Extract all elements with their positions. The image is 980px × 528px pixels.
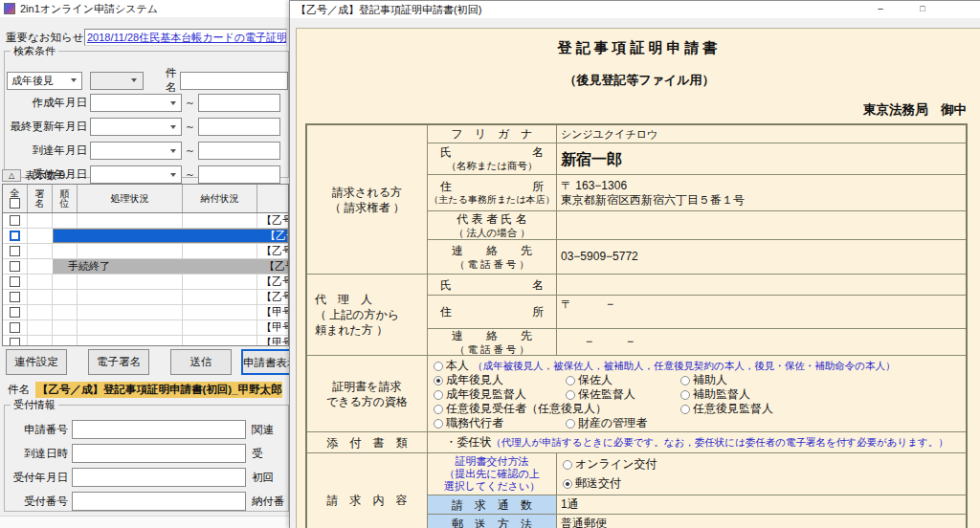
agent-name-label: 氏 名: [428, 275, 557, 295]
subject-label: 件名: [8, 383, 30, 397]
updated-date-from-input[interactable]: [90, 118, 182, 136]
address-value: 〒 163−1306 東京都新宿区西新宿六丁目５番１号: [557, 175, 966, 210]
table-row[interactable]: 【乙号／: [3, 290, 288, 305]
arrival-datetime-input[interactable]: [72, 444, 246, 463]
furigana-row: フ リ ガ ナ シンジユクイチロウ: [428, 125, 966, 143]
row-checkbox[interactable]: [10, 231, 20, 241]
sub-category-select[interactable]: [90, 72, 143, 90]
minimize-button[interactable]: −: [865, 1, 896, 18]
reception-date-label: 受付年月日: [5, 471, 68, 485]
tilde-separator: ～: [185, 143, 195, 158]
action-buttons: 連件設定 電子署名 送信 申請書表示: [0, 349, 299, 375]
application-number-label: 申請番号: [5, 423, 68, 437]
copies-row: 請 求 通 数 1通: [428, 495, 966, 515]
maximize-button[interactable]: □: [907, 1, 938, 18]
contact-row: 連 絡 先 （ 電 話 番 号 ） 03−5909−5772: [428, 240, 966, 274]
reception-number-input[interactable]: [72, 492, 246, 511]
notice-link[interactable]: 2018/11/28住民基本台帳カードの電子証明書: [87, 31, 287, 45]
table-row[interactable]: 【乙号／: [3, 244, 288, 259]
reception-date-from-input[interactable]: [90, 165, 182, 184]
representative-label: 代 表 者 氏 名 （ 法人の場合 ）: [428, 211, 557, 239]
collapse-button[interactable]: △: [2, 169, 21, 182]
notice-label: 重要なお知らせ: [6, 31, 84, 45]
created-date-to-input[interactable]: [198, 94, 280, 112]
reception-date-to-input[interactable]: [198, 165, 280, 184]
radio-icon: [680, 405, 690, 414]
table-row[interactable]: 【甲号／: [3, 305, 288, 320]
linked-filing-button[interactable]: 連件設定: [6, 349, 67, 375]
chevron-down-icon: [167, 143, 179, 159]
created-date-from-input[interactable]: [90, 94, 182, 112]
subject-column-header: [257, 185, 288, 212]
row-checkbox[interactable]: [10, 292, 20, 302]
agent-contact-value: − −: [557, 329, 966, 355]
category-select[interactable]: 成年後見: [7, 72, 82, 90]
application-number-input[interactable]: [72, 420, 246, 439]
table-row[interactable]: 【甲号／: [3, 320, 288, 336]
table-row[interactable]: 【甲号: [3, 336, 288, 346]
radio-online-delivery[interactable]: オンライン交付: [563, 456, 966, 473]
table-row[interactable]: 【乙号／: [3, 275, 288, 290]
mail-method-row: 郵 送 方 法 普通郵便: [428, 515, 966, 528]
reception-label-fragment: 受: [252, 447, 263, 461]
radio-icon: [680, 376, 690, 385]
name-row: 氏 名 （名称または商号） 新宿一郎: [428, 143, 966, 175]
radio-icon: [566, 376, 575, 385]
radio-icon: [434, 405, 443, 414]
select-all-label: 全: [11, 188, 20, 198]
reception-info-group: 受付情報 申請番号 関連 到達日時 受 受付年月日 初回 受付番号 納付番: [4, 398, 289, 512]
arrival-date-from-input[interactable]: [90, 142, 182, 160]
document-subtitle: （後見登記等ファイル用）: [297, 72, 980, 89]
agent-name-value: [557, 275, 966, 295]
digital-signature-button[interactable]: 電子署名: [88, 349, 149, 375]
horizontal-scrollbar[interactable]: [0, 516, 289, 528]
radio-shokumu-daikosha[interactable]: 職務代行者: [434, 415, 566, 431]
row-checkbox[interactable]: [10, 215, 20, 226]
arrival-date-to-input[interactable]: [198, 142, 280, 160]
table-row[interactable]: 【乙号／: [3, 213, 288, 229]
subject-search-input[interactable]: [180, 72, 288, 90]
radio-mail-delivery[interactable]: 郵送交付: [563, 475, 966, 492]
row-checkbox[interactable]: [10, 307, 20, 318]
updated-date-to-input[interactable]: [198, 118, 280, 136]
table-row-selected[interactable]: 【乙号／: [3, 229, 288, 244]
radio-icon: [434, 362, 443, 371]
chevron-down-icon: [128, 73, 141, 89]
arrival-datetime-label: 到達日時: [5, 447, 68, 461]
applicant-section: 請求される方 （ 請求権者 ） フ リ ガ ナ シンジユクイチロウ 氏 名 （名…: [307, 125, 966, 275]
reception-date-input[interactable]: [72, 468, 246, 487]
mail-method-value: 普通郵便: [557, 515, 966, 528]
row-checkbox[interactable]: [10, 246, 20, 256]
date-row-label: 最終更新年月日: [5, 120, 87, 134]
reception-info-legend: 受付情報: [11, 398, 58, 412]
attachments-value: ・委任状 （代理人が申請するときに必要です。なお，委任状には委任者の電子署名を付…: [428, 432, 966, 452]
furigana-value: シンジユクイチロウ: [557, 125, 966, 143]
list-header-row: 全 署名 順位 処理状況 納付状況: [3, 185, 288, 213]
radio-zaisan-kanrisha[interactable]: 財産の管理者: [566, 415, 647, 431]
form-panel: 登記事項証明申請書 （後見登記等ファイル用） 東京法務局 御中 請求される方 （…: [296, 28, 980, 528]
document-title: 登記事項証明申請書: [297, 39, 980, 57]
select-all-header: 全: [3, 185, 28, 212]
status-column-header: 処理状況: [78, 185, 183, 212]
qualification-section-label: 証明書を請求 できる方の資格: [307, 356, 428, 431]
radio-nini-kantokunin[interactable]: 任意後見監督人: [680, 401, 773, 417]
application-form-window: 【乙号／成】登記事項証明申請書(初回) − □ 登記事項証明申請書 （後見登記等…: [289, 0, 980, 528]
row-checkbox[interactable]: [10, 322, 20, 333]
row-checkbox[interactable]: [10, 261, 20, 272]
copies-label: 請 求 通 数: [428, 495, 557, 514]
send-button[interactable]: 送信: [170, 349, 232, 375]
app-icon: [4, 3, 15, 14]
main-titlebar: 2in1オンライン申請システム: [0, 0, 298, 17]
attachments-note: （代理人が申請するときに必要です。なお，委任状には委任者の電子署名を付す必要があ…: [491, 435, 947, 450]
select-all-checkbox[interactable]: [10, 198, 20, 209]
row-checkbox[interactable]: [10, 338, 20, 346]
radio-icon: [434, 390, 443, 400]
table-row-finished[interactable]: 手続終了 【乙号／: [3, 259, 288, 275]
qualification-section: 証明書を請求 できる方の資格 本人 （成年被後見人，被保佐人，被補助人，任意後見…: [307, 356, 966, 432]
radio-icon: [434, 419, 443, 429]
form-window-title: 【乙号／成】登記事項証明申請書(初回): [296, 3, 481, 17]
attachments-section: 添 付 書 類 ・委任状 （代理人が申請するときに必要です。なお，委任状には委任…: [307, 432, 966, 453]
subject-value: 【乙号／成】登記事項証明申請書(初回)_甲野太郎: [35, 382, 282, 398]
row-checkbox[interactable]: [10, 276, 20, 287]
delivery-method-row: 証明書交付方法 （提出先に確認の上 選択してください） オンライン交付: [428, 453, 966, 495]
